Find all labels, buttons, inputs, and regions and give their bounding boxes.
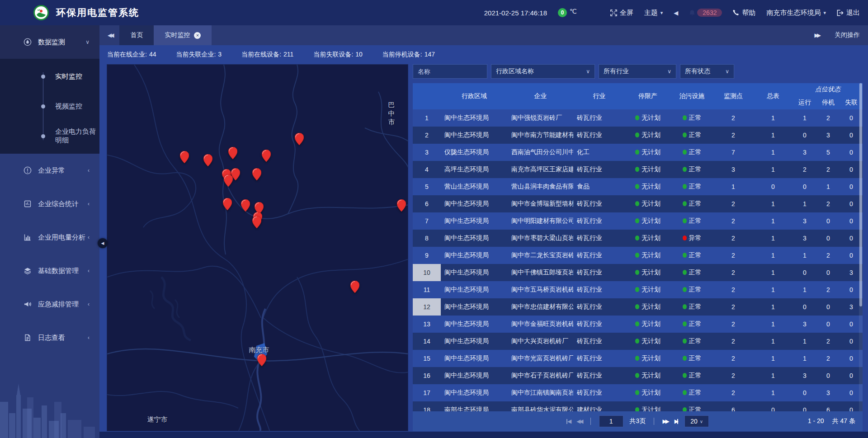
fullscreen-icon (610, 9, 617, 16)
industry-select[interactable]: 所有行业 ∨ (599, 64, 676, 79)
tabs-scroll-left-button[interactable]: ◀◀ (108, 32, 112, 38)
table-row[interactable]: 17 阆中生态环境局 阆中市江南镇阆南页岩 砖瓦行业 无计划 正常 2 1 (413, 384, 863, 401)
cell-meter: 1 (753, 230, 793, 247)
map-pin-icon[interactable] (350, 281, 359, 295)
table-row[interactable]: 15 阆中生态环境局 阆中市光富页岩机砖厂 砖瓦行业 无计划 正常 2 1 (413, 350, 863, 367)
sidebar-item-enterprise-anomaly[interactable]: 企业异常 ‹ (0, 154, 99, 187)
sidebar-item-power-load-detail[interactable]: 企业电力负荷明细 (0, 121, 99, 151)
cell-company: 南部县砖华水泥有限公 (508, 401, 573, 411)
sidebar-item-base-data[interactable]: 基础数据管理 ‹ (0, 254, 99, 287)
col-region: 行政区域 (441, 83, 508, 109)
table-row[interactable]: 13 阆中生态环境局 阆中市金福旺页岩机砖 砖瓦行业 无计划 正常 2 1 (413, 316, 863, 333)
enterprise-table-wrap: 行政区域 企业 行业 停限产 治污设施 监测点 总表 点位状态 (413, 83, 863, 411)
tab-realtime-monitoring[interactable]: 实时监控 × (154, 25, 212, 45)
cell-facility: 正常 (670, 144, 713, 161)
sidebar-item-power-analysis[interactable]: 企业用电量分析 ‹ (0, 221, 99, 254)
tabs-scroll-right-button[interactable]: ▶▶ (815, 32, 819, 38)
tab-home[interactable]: 首页 (119, 25, 154, 45)
fullscreen-button[interactable]: 全屏 (610, 9, 633, 17)
help-button[interactable]: 帮助 (733, 9, 755, 17)
chevron-down-icon: ∨ (667, 68, 671, 75)
col-run: 运行 (793, 96, 816, 109)
map-pin-icon[interactable] (223, 198, 232, 212)
cell-company: 阆中市南方节能建材有 (508, 127, 573, 144)
map-pin-icon[interactable] (295, 133, 304, 147)
sidebar-item-video-monitoring[interactable]: 视频监控 (0, 91, 99, 121)
first-page-button[interactable]: ◀ (566, 418, 570, 424)
map-pin-icon[interactable] (252, 168, 261, 182)
table-row[interactable]: 16 阆中生态环境局 阆中市石子页岩机砖厂 砖瓦行业 无计划 正常 2 1 (413, 367, 863, 384)
map-pin-icon[interactable] (241, 199, 250, 213)
theme-dropdown[interactable]: 主题 ▾ (644, 9, 663, 17)
table-row[interactable]: 5 营山生态环境局 营山县润丰肉食品有限 食品 无计划 正常 1 0 (413, 178, 863, 195)
sidebar-item-enterprise-statistics[interactable]: 企业综合统计 ‹ (0, 187, 99, 221)
table-scrollbar[interactable] (859, 83, 863, 411)
table-row[interactable]: 9 阆中生态环境局 阆中市二龙长宝页岩砖 砖瓦行业 无计划 正常 2 1 (413, 247, 863, 264)
map-pin-icon[interactable] (228, 147, 237, 161)
col-group-point-status: 点位状态 (793, 83, 863, 96)
status-dot (683, 201, 687, 206)
cell-industry: 砖瓦行业 (573, 298, 625, 316)
table-row[interactable]: 10 阆中生态环境局 阆中千佛镇五郎垭页岩 砖瓦行业 无计划 正常 2 1 (413, 264, 863, 281)
table-row[interactable]: 7 阆中生态环境局 阆中明阳建材有限公司 砖瓦行业 无计划 正常 2 1 (413, 212, 863, 230)
col-facility: 治污设施 (670, 83, 713, 109)
sidebar-item-emergency-reduction[interactable]: 应急减排管理 ‹ (0, 287, 99, 321)
map-pin-icon[interactable] (180, 151, 189, 165)
map-pin-icon[interactable] (203, 154, 212, 168)
table-row[interactable]: 8 阆中生态环境局 阆中市枣碧大梁山页岩 砖瓦行业 无计划 异常 2 1 (413, 230, 863, 247)
map-pin-icon[interactable] (252, 216, 261, 230)
cell-halt: 5 (816, 144, 840, 161)
status-select[interactable]: 所有状态 ∨ (680, 64, 734, 79)
cell-points: 2 (713, 212, 753, 230)
cell-facility: 正常 (670, 109, 713, 127)
cell-meter: 1 (753, 281, 793, 298)
table-row[interactable]: 11 阆中生态环境局 阆中市五马桥页岩机砖 砖瓦行业 无计划 正常 2 1 (413, 281, 863, 298)
col-stop: 停限产 (625, 83, 670, 109)
prev-page-button[interactable]: ◀◀ (576, 418, 582, 424)
sidebar-item-realtime-monitoring[interactable]: 实时监控 (0, 61, 99, 91)
table-row[interactable]: 1 阆中生态环境局 阆中强锐页岩砖厂 砖瓦行业 无计划 正常 2 1 (413, 109, 863, 127)
scrollbar-thumb[interactable] (859, 83, 862, 306)
cell-halt: 0 (816, 230, 840, 247)
map-pin-icon[interactable] (257, 354, 266, 368)
top-header: 环保用电监管系统 2021-02-25 17:46:18 0 ℃ 全屏 主题 ▾… (0, 0, 868, 25)
sidebar-item-data-monitoring[interactable]: 数据监测 ∨ (0, 25, 99, 59)
map-pin-icon[interactable] (224, 174, 233, 188)
notification-area[interactable]: 2632 (689, 9, 722, 17)
table-row[interactable]: 3 仪陇生态环境局 西南油气田分公司川中 化工 无计划 正常 7 1 (413, 144, 863, 161)
cell-run: 0 (793, 178, 816, 195)
map-pin-icon[interactable] (262, 150, 271, 164)
sidebar-collapse-button[interactable]: ◀ (98, 238, 108, 248)
table-row[interactable]: 4 高坪生态环境局 南充市高坪区王家店建 砖瓦行业 无计划 正常 3 1 (413, 161, 863, 178)
table-row[interactable]: 2 阆中生态环境局 阆中市南方节能建材有 砖瓦行业 无计划 正常 2 1 (413, 127, 863, 144)
row-number: 10 (413, 264, 441, 281)
map-canvas[interactable]: 巴中市 南充市 遂宁市 (107, 64, 408, 431)
layers-icon (24, 267, 32, 275)
page-number-input[interactable] (599, 415, 623, 427)
status-dot (635, 184, 639, 189)
status-dot (635, 339, 639, 344)
table-row[interactable]: 14 阆中生态环境局 阆中大兴页岩机砖厂 砖瓦行业 无计划 正常 2 1 (413, 333, 863, 350)
cell-meter: 1 (753, 298, 793, 316)
close-icon[interactable]: × (194, 32, 201, 39)
page-size-select[interactable]: 20∨ (684, 415, 709, 427)
table-row[interactable]: 6 阆中生态环境局 阆中市金博瑞新型墙材 砖瓦行业 无计划 正常 2 1 (413, 195, 863, 212)
cell-facility: 正常 (670, 298, 713, 316)
region-select[interactable]: 行政区域名称 ∨ (491, 64, 595, 79)
cell-industry: 砖瓦行业 (573, 247, 625, 264)
org-dropdown[interactable]: 南充市生态环境局 ▾ (766, 9, 826, 17)
close-operations-button[interactable]: 关闭操作 (835, 31, 860, 39)
sound-toggle-button[interactable]: ◀ (674, 9, 678, 16)
cell-halt: 1 (816, 178, 840, 195)
last-page-button[interactable]: ▶ (675, 418, 678, 424)
map-pin-icon[interactable] (397, 199, 406, 213)
table-row[interactable]: 12 阆中生态环境局 阆中市忠信建材有限公 砖瓦行业 无计划 正常 2 1 (413, 298, 863, 316)
cell-industry: 砖瓦行业 (573, 350, 625, 367)
name-search-input[interactable] (413, 64, 487, 79)
table-row[interactable]: 18 南部生态环境局 南部县砖华水泥有限公 建材行业 无计划 正常 6 0 (413, 401, 863, 411)
logout-button[interactable]: 退出 (837, 9, 860, 17)
next-page-button[interactable]: ▶▶ (662, 418, 668, 424)
cell-facility: 正常 (670, 264, 713, 281)
cell-stop: 无计划 (625, 109, 670, 127)
sidebar-item-log-view[interactable]: 日志查看 ‹ (0, 321, 99, 354)
